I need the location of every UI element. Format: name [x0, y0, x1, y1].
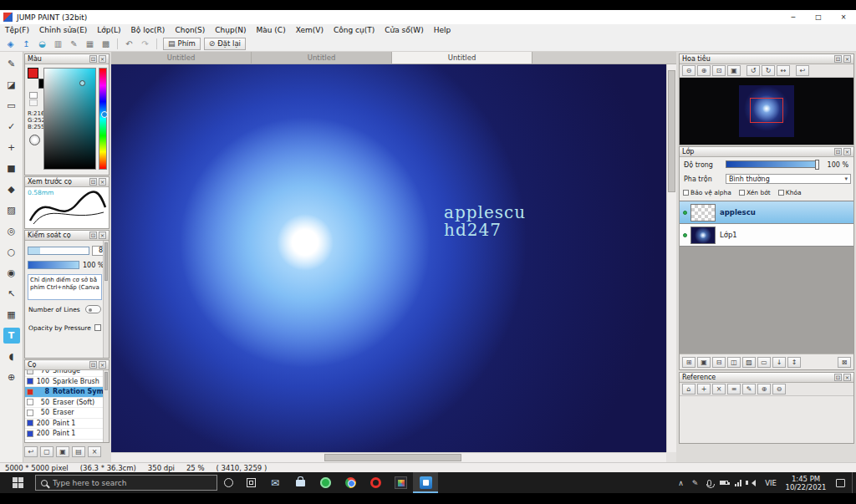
new-brush-icon[interactable]: ▢ — [40, 446, 54, 457]
search-input[interactable] — [53, 479, 217, 487]
menu-capture[interactable]: Chụp(N) — [210, 26, 251, 34]
menu-view[interactable]: Xem(V) — [291, 26, 329, 34]
clipping-option[interactable]: Xén bớt — [739, 189, 771, 196]
brush-size-slider[interactable] — [28, 247, 89, 255]
new-canvas-icon[interactable]: ◈ — [3, 38, 18, 50]
navigator-header[interactable]: Hoa tiêu ⊡× — [680, 54, 853, 64]
panel-close-icon[interactable]: × — [99, 361, 106, 369]
layer-thumbnail[interactable] — [690, 227, 716, 244]
brush-row-smudge[interactable]: 70Smudge — [25, 370, 103, 377]
layer-tone-icon[interactable]: ▨ — [742, 357, 756, 368]
close-button[interactable]: × — [831, 10, 856, 24]
menu-layer[interactable]: Lớp(L) — [92, 26, 125, 34]
ref-zoom-in-icon[interactable]: ⊕ — [757, 384, 771, 395]
color-panel-header[interactable]: Màu ⊡× — [25, 54, 109, 64]
clipping-checkbox[interactable] — [739, 190, 745, 196]
minimize-button[interactable]: ─ — [781, 10, 806, 24]
brush-row-paint1a[interactable]: 200Paint 1 — [25, 419, 103, 430]
layer-visibility-toggle[interactable] — [680, 233, 690, 237]
menu-color[interactable]: Màu (C) — [252, 26, 291, 34]
ref-zoom-out-icon[interactable]: ⊖ — [772, 384, 786, 395]
actual-size-icon[interactable]: ▣ — [727, 65, 741, 76]
eraser-tool[interactable]: ◪ — [3, 77, 20, 93]
brush-menu-icon[interactable]: ▤ — [72, 446, 85, 457]
lock-option[interactable]: Khóa — [778, 189, 802, 196]
saturation-value-picker[interactable] — [43, 68, 96, 170]
taskbar-search[interactable] — [35, 475, 217, 491]
marquee-tool[interactable]: ▭ — [3, 98, 20, 114]
start-button[interactable] — [0, 472, 35, 493]
panel-close-icon[interactable]: × — [99, 232, 106, 239]
comment-icon[interactable]: ◒ — [35, 38, 49, 50]
horizontal-scrollbar-thumb[interactable] — [324, 454, 461, 461]
fit-view-icon[interactable]: ⊡ — [712, 65, 726, 76]
horizontal-scrollbar[interactable] — [111, 452, 666, 462]
move-tool[interactable]: + — [3, 140, 20, 155]
reset-view-icon[interactable]: ↩ — [796, 65, 809, 76]
reference-header[interactable]: Reference ⊡× — [680, 373, 853, 383]
foreground-color-swatch[interactable] — [28, 68, 38, 79]
protect-alpha-checkbox[interactable] — [683, 190, 689, 196]
bucket-tool[interactable]: ◆ — [3, 181, 20, 197]
pen-tray-button[interactable]: ✎ — [688, 472, 702, 493]
menu-file[interactable]: Tệp(F) — [0, 26, 34, 34]
brush-tool[interactable]: ✎ — [3, 56, 20, 72]
menu-edit[interactable]: Chỉnh sửa(E) — [34, 26, 92, 34]
page-icon[interactable]: ▥ — [51, 38, 65, 50]
home-icon[interactable]: ⌂ — [682, 384, 696, 395]
menu-filter[interactable]: Bộ lọc(R) — [126, 26, 171, 34]
pick-icon[interactable]: ✎ — [742, 384, 756, 395]
zoom-out-icon[interactable]: ⊖ — [682, 65, 696, 76]
panel-dock-icon[interactable]: ⊡ — [834, 55, 842, 63]
swatch-transparent[interactable] — [29, 99, 38, 106]
delete-brush-icon[interactable]: × — [88, 446, 101, 457]
brush-list-scrollbar[interactable] — [103, 370, 109, 442]
shape-tool[interactable]: ■ — [3, 160, 20, 176]
brush-control-scrollbar[interactable] — [103, 241, 109, 358]
mail-app-icon[interactable]: ✉ — [262, 472, 288, 493]
rotate-right-icon[interactable]: ↻ — [762, 65, 775, 76]
brush-row-rotation-symm[interactable]: 8Rotation Symm — [25, 387, 103, 398]
new-layer-icon[interactable]: ⊞ — [682, 357, 696, 368]
green-app-icon[interactable] — [313, 472, 338, 493]
gradient-tool[interactable]: ▨ — [3, 202, 20, 218]
brush-row-sparkle[interactable]: 100Sparkle Brush — [25, 377, 103, 388]
brush-preview-header[interactable]: Xem trước cọ ⊡× — [25, 177, 109, 187]
tab-untitled-2[interactable]: Untitled — [252, 52, 392, 64]
panel-dock-icon[interactable]: ⊡ — [89, 55, 97, 63]
delete-layer-icon[interactable]: ⊠ — [838, 357, 851, 368]
menu-icon[interactable]: ≡ — [727, 384, 741, 395]
battery-tray-button[interactable] — [716, 472, 731, 493]
layers-header[interactable]: Lớp ⊡× — [680, 147, 853, 157]
grid-tool[interactable]: ▦ — [3, 307, 20, 323]
number-of-lines-control[interactable] — [85, 305, 101, 313]
phim-button[interactable]: ▤ Phím — [163, 38, 201, 50]
brush-opacity-slider[interactable] — [28, 261, 79, 269]
grid-icon[interactable]: ▦ — [83, 38, 97, 50]
layer-row-applescu[interactable]: applescu — [680, 201, 853, 224]
brush-list-scrollbar-thumb[interactable] — [104, 372, 108, 390]
panel-close-icon[interactable]: × — [843, 55, 851, 63]
panel-close-icon[interactable]: × — [843, 374, 851, 381]
lasso-tool[interactable]: ○ — [3, 244, 20, 260]
merge-layer-icon[interactable]: ↓ — [772, 357, 786, 368]
chrome-app-icon[interactable] — [338, 472, 363, 493]
material-icon[interactable]: ▩ — [99, 38, 113, 50]
task-view-button[interactable] — [240, 472, 262, 493]
tab-untitled-3[interactable]: Untitled — [392, 52, 532, 64]
layer-opacity-slider[interactable] — [726, 160, 819, 168]
undo-icon[interactable]: ↶ — [122, 38, 136, 50]
hue-indicator[interactable] — [101, 111, 108, 118]
show-desktop-button[interactable] — [852, 472, 856, 493]
navigator-viewport-rect[interactable] — [750, 98, 783, 123]
tab-untitled-1[interactable]: Untitled — [111, 52, 252, 64]
operation-tool[interactable]: ↖ — [3, 286, 20, 302]
zoom-in-icon[interactable]: ⊕ — [697, 65, 711, 76]
transfer-layer-icon[interactable]: ⊟ — [712, 357, 726, 368]
panel-dock-icon[interactable]: ⊡ — [834, 148, 842, 155]
maximize-button[interactable]: □ — [806, 10, 831, 24]
blend-mode-select[interactable]: Bình thường ▾ — [726, 174, 851, 184]
panel-dock-icon[interactable]: ⊡ — [89, 361, 97, 369]
action-center-button[interactable] — [829, 472, 852, 493]
brush-control-scrollbar-thumb[interactable] — [104, 242, 108, 281]
